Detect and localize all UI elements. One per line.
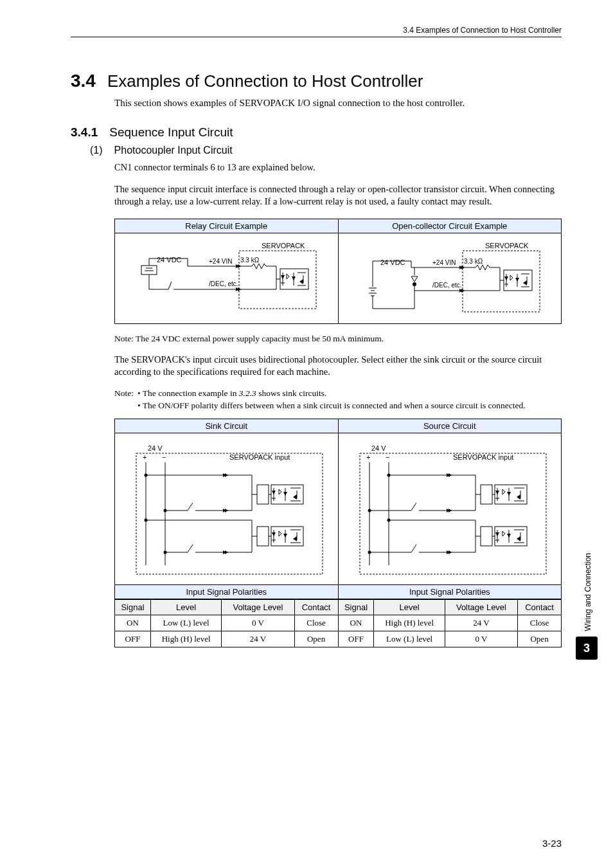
svg-text:+24 VIN: +24 VIN [432, 259, 456, 266]
source-circuit-diagram: 24 V + − SERVOPACK input [341, 437, 559, 581]
svg-marker-106 [279, 489, 281, 494]
svg-line-181 [411, 545, 416, 552]
svg-marker-72 [510, 275, 513, 280]
svg-marker-172 [517, 494, 520, 500]
relay-circuit-diagram: SERVOPACK 24 VDC +24 VIN [117, 237, 335, 320]
diagram-title: Sink Circuit [115, 419, 338, 433]
svg-marker-30 [287, 274, 289, 279]
table-row: OFF Low (L) level 0 V Open [339, 631, 562, 647]
svg-marker-108 [283, 492, 287, 496]
svg-text:24 VDC: 24 VDC [380, 258, 405, 266]
section-title: Examples of Connection to Host Controlle… [107, 71, 423, 91]
svg-marker-70 [504, 276, 508, 280]
table-header: Voltage Level [222, 599, 294, 615]
header-rule [71, 37, 562, 37]
note-list: Note: The connection example in 3.2.3 sh… [114, 388, 562, 412]
svg-point-92 [145, 473, 148, 476]
svg-text:24 VDC: 24 VDC [157, 256, 182, 264]
part-title: Photocoupler Input Circuit [114, 145, 233, 156]
header-breadcrumb: 3.4 Examples of Connection to Host Contr… [71, 26, 562, 35]
svg-marker-130 [272, 532, 276, 536]
chapter-tab: 3 [576, 637, 598, 660]
svg-text:3.3 kΩ: 3.3 kΩ [240, 257, 260, 264]
svg-text:+24 VIN: +24 VIN [209, 258, 232, 265]
svg-marker-77 [523, 280, 527, 285]
table-header: Voltage Level [445, 599, 517, 615]
polarity-title: Input Signal Polarities [115, 584, 338, 599]
svg-marker-198 [517, 536, 520, 541]
svg-marker-165 [495, 491, 499, 494]
svg-text:SERVOPACK: SERVOPACK [262, 242, 305, 249]
svg-text:SERVOPACK input: SERVOPACK input [453, 453, 513, 461]
svg-marker-32 [292, 276, 296, 280]
svg-marker-28 [281, 275, 285, 279]
svg-marker-195 [507, 534, 511, 538]
svg-point-161 [368, 509, 371, 512]
svg-marker-74 [515, 278, 519, 282]
part-number: (1) [90, 145, 103, 156]
svg-point-187 [368, 550, 371, 554]
polarity-title: Input Signal Polarities [339, 584, 562, 599]
svg-rect-145 [360, 453, 546, 574]
table-header: Contact [518, 599, 561, 615]
chapter-name-vertical: Wiring and Connection [583, 553, 592, 631]
svg-marker-137 [293, 536, 297, 541]
svg-marker-134 [283, 534, 287, 538]
open-collector-circuit-diagram: SERVOPACK 24 VDC +24 VIN 3.3 kΩ [341, 237, 559, 320]
svg-marker-60 [411, 276, 418, 282]
table-row: ON Low (L) level 0 V Close [115, 615, 338, 631]
svg-line-19 [168, 282, 172, 289]
paragraph: CN1 connector terminals 6 to 13 are expl… [114, 161, 562, 174]
note-item: The connection example in 3.2.3 shows si… [138, 388, 526, 400]
table-row: OFF High (H) level 24 V Open [115, 631, 338, 647]
svg-point-179 [387, 518, 390, 521]
svg-rect-3 [141, 266, 157, 275]
paragraph: The sequence input circuit interface is … [114, 183, 562, 208]
table-header: Level [374, 599, 445, 615]
table-row: ON High (H) level 24 V Close [339, 615, 562, 631]
svg-text:24 V: 24 V [148, 444, 163, 452]
paragraph: The SERVOPACK's input circuit uses bidir… [114, 354, 562, 379]
svg-marker-104 [272, 491, 276, 494]
svg-marker-111 [293, 494, 297, 500]
source-polarity-table: Signal Level Voltage Level Contact ON Hi… [339, 599, 562, 647]
svg-marker-169 [507, 492, 511, 496]
svg-line-155 [411, 503, 416, 511]
svg-rect-162 [481, 485, 492, 504]
svg-text:SERVOPACK input: SERVOPACK input [229, 453, 290, 461]
table-header: Level [150, 599, 221, 615]
svg-marker-191 [495, 532, 499, 536]
subsection-number: 3.4.1 [71, 125, 98, 140]
note-item: The ON/OFF polarity differs between when… [138, 400, 526, 412]
svg-marker-132 [279, 531, 281, 536]
svg-text:/DEC, etc.: /DEC, etc. [209, 280, 238, 287]
svg-rect-188 [481, 527, 492, 546]
note: Note: The 24 VDC external power supply c… [114, 333, 562, 345]
table-header: Signal [339, 599, 374, 615]
svg-text:−: − [386, 453, 389, 461]
svg-point-126 [145, 518, 148, 521]
svg-marker-167 [502, 489, 505, 494]
page-number: 3-23 [542, 838, 562, 849]
svg-point-153 [387, 473, 390, 476]
svg-marker-193 [502, 531, 505, 536]
sink-circuit-diagram: 24 V + − SERVOPACK input [117, 437, 335, 581]
svg-point-100 [164, 509, 167, 512]
section-number: 3.4 [71, 71, 96, 91]
svg-text:SERVOPACK: SERVOPACK [485, 242, 529, 249]
table-header: Signal [115, 599, 150, 615]
svg-text:3.3 kΩ: 3.3 kΩ [464, 258, 483, 265]
svg-rect-84 [136, 453, 323, 574]
diagram-title: Open-collector Circuit Example [339, 219, 562, 233]
subsection-title: Sequence Input Circuit [109, 125, 233, 140]
svg-text:/DEC, etc.: /DEC, etc. [432, 282, 462, 289]
svg-line-94 [188, 503, 193, 511]
svg-point-122 [164, 550, 167, 554]
svg-text:−: − [162, 453, 166, 461]
section-intro: This section shows examples of SERVOPACK… [114, 98, 562, 109]
svg-rect-127 [257, 527, 269, 546]
diagram-title: Source Circuit [339, 419, 562, 433]
diagram-pair-relay: Relay Circuit Example SERVOPACK 24 VDC [114, 219, 562, 324]
table-header: Contact [294, 599, 337, 615]
svg-text:+: + [143, 453, 147, 461]
